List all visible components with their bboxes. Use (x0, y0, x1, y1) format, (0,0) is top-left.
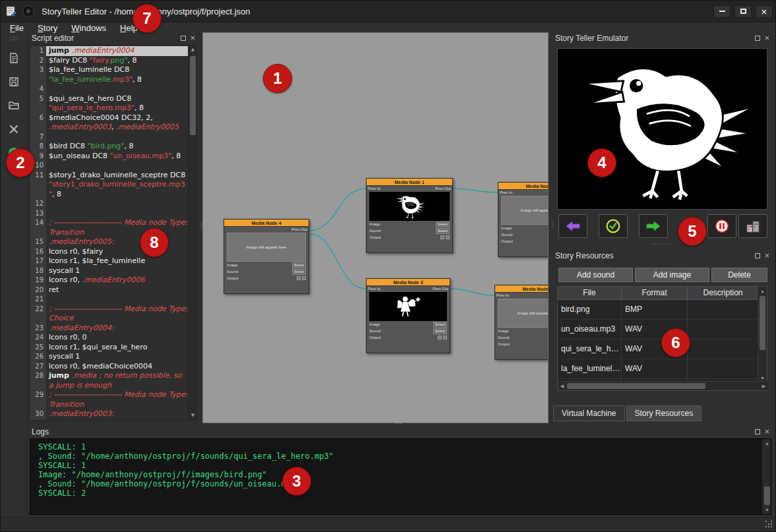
maximize-button[interactable] (734, 5, 752, 18)
select-button[interactable]: Select (433, 328, 447, 334)
titlebar[interactable]: StoryTeller Editor - /home/anthony/ostpr… (1, 1, 776, 22)
new-script-button[interactable] (4, 48, 24, 68)
pause-button[interactable] (707, 214, 736, 238)
add-sound-button[interactable]: Add sound (558, 268, 633, 282)
graph-node[interactable]: Media Node 1Prev InPrev OutImageSelectSo… (366, 178, 453, 253)
node-title[interactable]: Media Node 5 (495, 285, 549, 293)
node-mini-icon[interactable] (440, 235, 444, 239)
menu-file[interactable]: File (10, 23, 24, 33)
select-button[interactable]: Select (292, 269, 306, 275)
table-row[interactable]: la_fee_luminelle.mp3WAV (558, 359, 767, 379)
script-line[interactable]: 8$bird DC8 "bird.png", 8 (30, 142, 188, 152)
table-row[interactable]: bird.pngBMP (558, 300, 767, 320)
script-line[interactable]: 1jump .mediaEntry0004 (30, 46, 188, 56)
float-icon[interactable] (181, 36, 186, 41)
node-mini-icon[interactable] (297, 276, 301, 280)
script-line[interactable]: 26syscall 1 (30, 352, 188, 362)
script-line[interactable]: 7 (30, 133, 188, 142)
select-button[interactable]: Select (436, 222, 450, 227)
splitter-handle[interactable]: ······ (651, 241, 672, 248)
script-line[interactable]: 18syscall 1 (30, 266, 188, 276)
scroll-thumb[interactable] (760, 296, 765, 350)
graph-node[interactable]: Media Node 4Prev OutImage will appear he… (224, 219, 309, 294)
table-horizontal-scrollbar[interactable]: ◀ ▶ (558, 381, 768, 390)
node-mini-icon[interactable] (446, 235, 450, 239)
node-connection[interactable] (453, 189, 498, 192)
select-button[interactable]: Select (436, 228, 450, 234)
close-project-button[interactable] (4, 119, 24, 139)
node-mini-icon[interactable] (302, 276, 306, 280)
tab-virtual-machine[interactable]: Virtual Machine (553, 405, 625, 421)
confirm-button[interactable] (599, 214, 628, 238)
node-title[interactable]: Media Node 4 (224, 220, 309, 227)
menu-windows[interactable]: Windows (71, 23, 106, 33)
menu-story[interactable]: Story (38, 23, 57, 33)
script-line[interactable]: 23.mediaEntry0004: (30, 324, 188, 334)
select-button[interactable]: Select (433, 322, 447, 328)
node-connection[interactable] (309, 189, 366, 231)
script-line[interactable]: 17lcons r1, $la_fee_luminelle (30, 256, 188, 266)
float-icon[interactable] (755, 429, 760, 434)
logs-scrollbar[interactable]: ▲ ▼ (762, 439, 771, 514)
graph-node[interactable]: Media Node 5Prev InImage will appear her… (494, 285, 549, 360)
input-port[interactable]: Prev In (496, 293, 509, 297)
script-line[interactable]: 22; -------------------------- Media nod… (30, 305, 188, 324)
float-icon[interactable] (755, 253, 760, 258)
editor-scrollbar[interactable]: ▲ ▼ (188, 45, 196, 420)
open-project-button[interactable] (4, 96, 24, 115)
script-line[interactable]: 27lcons r0, $mediaChoice0004 (30, 362, 188, 372)
node-title[interactable]: Media Node 3 (367, 279, 450, 286)
scroll-thumb[interactable] (190, 56, 196, 135)
script-line[interactable]: 25lcons r1, $qui_sera_le_hero (30, 343, 188, 353)
node-connection[interactable] (309, 234, 366, 289)
script-line[interactable]: 24lcons r0, 0 (30, 333, 188, 343)
script-line[interactable]: 9$un_oiseau DC8 "un_oiseau.mp3", 8 (30, 152, 188, 162)
toolbar-handle-icon[interactable]: ∷∷ (9, 35, 19, 42)
scroll-thumb[interactable] (764, 487, 770, 505)
node-title[interactable]: Media Node 2 (498, 183, 549, 190)
output-port[interactable]: Prev Out (433, 287, 448, 291)
float-icon[interactable] (755, 36, 760, 41)
close-button[interactable]: × (756, 5, 773, 18)
input-port[interactable]: Prev In (368, 187, 380, 191)
graph-node[interactable]: Media Node 2Prev InImage will appear her… (498, 182, 549, 257)
input-port[interactable]: Prev In (368, 287, 380, 291)
table-vertical-scrollbar[interactable]: ▲ ▼ (758, 287, 767, 382)
script-line[interactable]: 31lcons r0, $bird (30, 419, 188, 421)
script-line[interactable]: 29; -------------------------- Media nod… (30, 390, 188, 409)
script-line[interactable]: 6$mediaChoice0004 DC32, 2, .mediaEntry00… (30, 113, 188, 133)
script-line[interactable]: 10 (30, 161, 188, 171)
resize-grip[interactable] (765, 521, 773, 529)
minimize-button[interactable] (713, 5, 731, 18)
scroll-up-icon[interactable]: ▲ (763, 439, 771, 448)
column-header-format[interactable]: Format (622, 287, 688, 300)
scroll-down-icon[interactable]: ▼ (763, 506, 771, 514)
script-line[interactable]: 5$qui_sera_le_hero DC8 "qui_sera_le_hero… (30, 94, 188, 113)
output-port[interactable]: Prev Out (435, 187, 451, 191)
close-icon[interactable]: × (764, 252, 769, 259)
scroll-up-icon[interactable]: ▲ (189, 45, 197, 54)
node-graph-canvas[interactable]: Media Node 4Prev OutImage will appear he… (202, 32, 549, 423)
script-line[interactable]: 19lcons r0, .mediaEntry0006 (30, 276, 188, 285)
delete-button[interactable]: Delete (711, 268, 767, 282)
node-mini-icon[interactable] (443, 336, 447, 340)
select-button[interactable]: Select (292, 262, 306, 268)
column-header-description[interactable]: Description (688, 287, 759, 300)
script-line[interactable]: 13 (30, 209, 188, 219)
script-line[interactable]: 21 (30, 295, 188, 305)
close-icon[interactable]: × (764, 429, 769, 435)
scroll-right-icon[interactable]: ▶ (760, 382, 768, 390)
scroll-up-icon[interactable]: ▲ (758, 287, 767, 295)
node-connection[interactable] (450, 289, 494, 295)
close-icon[interactable]: × (190, 35, 195, 42)
node-title[interactable]: Media Node 1 (367, 179, 452, 186)
script-line[interactable]: 4 (30, 84, 188, 94)
column-header-file[interactable]: File (558, 287, 622, 300)
save-button[interactable] (4, 72, 24, 92)
graph-node[interactable]: Media Node 3Prev InPrev OutImageSelectSo… (366, 278, 450, 353)
script-line[interactable]: 30.mediaEntry0003: (30, 409, 188, 419)
input-port[interactable]: Prev In (500, 191, 512, 194)
script-line[interactable]: 2$fairy DC8 "fairy.png", 8 (30, 56, 188, 66)
script-line[interactable]: 3$la_fee_luminelle DC8 "la_fee_luminelle… (30, 65, 188, 84)
scroll-thumb[interactable] (567, 383, 705, 389)
